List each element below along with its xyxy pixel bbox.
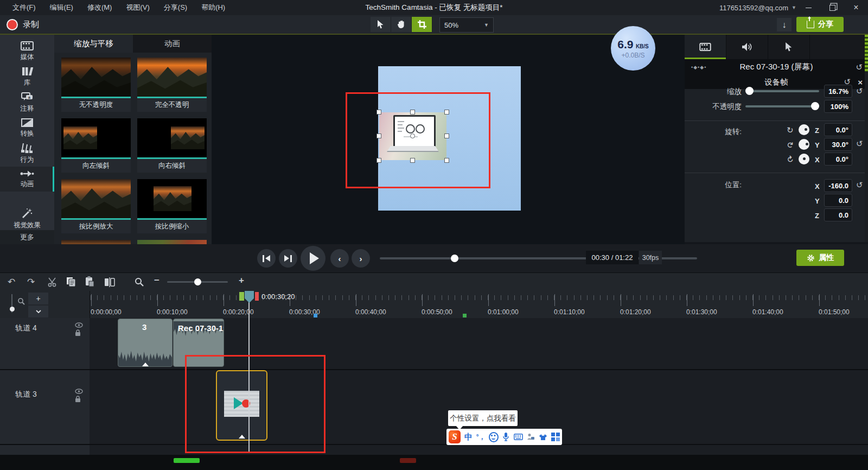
collapse-tracks-button[interactable] bbox=[28, 306, 48, 317]
timeline-ruler[interactable]: 0:00:00;00 0:00:10;00 0:00:20;00 0:00:30… bbox=[0, 291, 868, 318]
track-height-slider[interactable] bbox=[11, 294, 12, 313]
scale-slider[interactable] bbox=[745, 90, 819, 92]
timeline-zoom-slider[interactable] bbox=[167, 281, 228, 283]
redo-button[interactable]: ↷ bbox=[27, 276, 35, 288]
playhead-out-handle[interactable] bbox=[255, 292, 259, 301]
menu-view[interactable]: 视图(V) bbox=[119, 3, 156, 12]
rotation-x-value[interactable]: 0.0° bbox=[824, 153, 852, 166]
sidebar-item-visual-effects[interactable]: 视觉效果 bbox=[0, 206, 54, 231]
reset-icon[interactable]: ↺ bbox=[856, 62, 863, 72]
track-4-header[interactable]: 轨道 4 bbox=[0, 318, 90, 370]
select-tool-button[interactable] bbox=[371, 17, 391, 32]
rotate-x-icon[interactable]: ↻ bbox=[784, 154, 796, 166]
apps-grid-icon[interactable] bbox=[551, 431, 560, 443]
tab-zoom-pan[interactable]: 缩放与平移 bbox=[54, 35, 133, 53]
split-button[interactable] bbox=[104, 277, 115, 287]
crop-tool-button[interactable] bbox=[412, 17, 432, 32]
tab-audio-properties[interactable] bbox=[726, 35, 768, 59]
menu-share[interactable]: 分享(S) bbox=[157, 3, 194, 12]
zoom-out-button[interactable]: − bbox=[154, 275, 159, 286]
timeline-marker-green[interactable] bbox=[463, 314, 467, 317]
position-y-value[interactable]: 0.0 bbox=[824, 194, 852, 207]
properties-scrollbar[interactable] bbox=[865, 35, 868, 242]
sidebar-item-behaviors[interactable]: 行为 bbox=[0, 141, 54, 166]
cut-button[interactable] bbox=[48, 277, 58, 287]
sidebar-item-library[interactable]: 库 bbox=[0, 65, 54, 90]
track-extra-header[interactable] bbox=[0, 445, 90, 455]
copy-button[interactable] bbox=[66, 277, 76, 287]
lock-icon[interactable] bbox=[75, 329, 81, 336]
record-button[interactable]: 录制 bbox=[7, 15, 39, 34]
ime-punctuation-toggle[interactable]: °， bbox=[476, 431, 486, 443]
tab-animations[interactable]: 动画 bbox=[133, 35, 212, 53]
zoom-in-button[interactable]: + bbox=[239, 275, 244, 286]
menu-file[interactable]: 文件(F) bbox=[5, 3, 43, 12]
account-menu[interactable]: 1176513592@qq.com ▼ bbox=[719, 0, 796, 15]
pan-tool-button[interactable] bbox=[391, 17, 411, 32]
track-3-header[interactable]: 轨道 3 bbox=[0, 370, 90, 445]
menu-edit[interactable]: 编辑(E) bbox=[43, 3, 80, 12]
undo-button[interactable]: ↶ bbox=[8, 276, 15, 288]
preset-tilt-right[interactable]: 向右倾斜 bbox=[137, 118, 207, 173]
rotation-z-value[interactable]: 0.0° bbox=[824, 123, 852, 136]
menu-modify[interactable]: 修改(M) bbox=[80, 3, 119, 12]
prev-frame-button[interactable] bbox=[257, 249, 276, 268]
sidebar-item-media[interactable]: 媒体 bbox=[0, 39, 54, 64]
preset-tilt-left[interactable]: 向左倾斜 bbox=[61, 118, 131, 173]
reset-icon[interactable]: ↺ bbox=[856, 139, 863, 149]
ime-toolbar[interactable]: S 中 °， bbox=[446, 429, 562, 445]
timeline-marker-blue[interactable] bbox=[314, 314, 317, 317]
playhead-in-handle[interactable] bbox=[239, 292, 244, 301]
tab-video-properties[interactable] bbox=[685, 35, 726, 59]
track-3-icons[interactable] bbox=[75, 389, 83, 403]
zoom-to-fit-icon[interactable] bbox=[17, 297, 25, 305]
reset-icon[interactable]: ↺ bbox=[856, 86, 863, 96]
opacity-slider-knob[interactable] bbox=[811, 102, 819, 110]
jump-back-button[interactable]: ‹ bbox=[330, 249, 349, 268]
rotate-z-knob[interactable] bbox=[799, 124, 809, 135]
preset-scale-up[interactable]: 按比例放大 bbox=[61, 179, 131, 233]
preset-partial[interactable] bbox=[61, 240, 131, 244]
preset-scale-down[interactable]: 按比例缩小 bbox=[137, 179, 207, 233]
download-button[interactable]: ↓ bbox=[777, 18, 792, 31]
jump-forward-button[interactable]: › bbox=[352, 249, 370, 268]
paste-button[interactable] bbox=[85, 276, 94, 287]
sidebar-item-transitions[interactable]: 转换 bbox=[0, 116, 54, 141]
ime-language-toggle[interactable]: 中 bbox=[464, 431, 473, 443]
keyboard-icon[interactable] bbox=[514, 431, 523, 443]
microphone-icon[interactable] bbox=[502, 431, 511, 443]
eye-icon[interactable] bbox=[75, 389, 83, 394]
timeline-zoom-knob[interactable] bbox=[194, 278, 201, 285]
sidebar-item-animations[interactable]: 动画 bbox=[0, 167, 54, 192]
tab-cursor-properties[interactable] bbox=[768, 35, 810, 59]
reset-icon[interactable]: ↺ bbox=[856, 180, 863, 190]
next-frame-button[interactable] bbox=[279, 249, 297, 268]
emoji-icon[interactable] bbox=[489, 431, 499, 443]
preset-full-opacity[interactable]: 完全不透明 bbox=[137, 58, 207, 112]
scale-slider-knob[interactable] bbox=[745, 87, 754, 95]
clip-3[interactable]: 3 bbox=[118, 319, 173, 367]
opacity-slider[interactable] bbox=[745, 105, 819, 107]
share-button[interactable]: 分享 bbox=[796, 17, 844, 32]
add-track-button[interactable]: + bbox=[28, 293, 48, 304]
eye-icon[interactable] bbox=[75, 322, 83, 328]
opacity-value[interactable]: 100% bbox=[824, 100, 852, 113]
preset-partial[interactable] bbox=[137, 240, 207, 244]
position-x-value[interactable]: -160.0 bbox=[824, 179, 852, 192]
rotate-y-knob[interactable] bbox=[799, 139, 809, 150]
rotate-x-knob[interactable] bbox=[799, 154, 809, 164]
skin-icon[interactable] bbox=[539, 431, 548, 443]
clip-grip[interactable] bbox=[142, 363, 149, 366]
close-button[interactable]: × bbox=[844, 0, 868, 15]
scrubber-knob[interactable] bbox=[451, 255, 458, 262]
rotate-z-icon[interactable]: ↻ bbox=[787, 125, 794, 135]
network-stats-badge[interactable]: 6.9 KB/S +0.0B/S bbox=[611, 26, 655, 71]
toolbox-icon[interactable] bbox=[526, 431, 535, 443]
menu-help[interactable]: 帮助(H) bbox=[194, 3, 232, 12]
close-icon[interactable]: × bbox=[858, 78, 863, 87]
sogou-logo[interactable]: S bbox=[449, 430, 461, 443]
play-button[interactable] bbox=[301, 246, 326, 271]
restore-button[interactable] bbox=[820, 0, 844, 15]
preset-no-opacity[interactable]: 无不透明度 bbox=[61, 58, 131, 112]
reset-icon[interactable]: ↺ bbox=[844, 77, 851, 87]
